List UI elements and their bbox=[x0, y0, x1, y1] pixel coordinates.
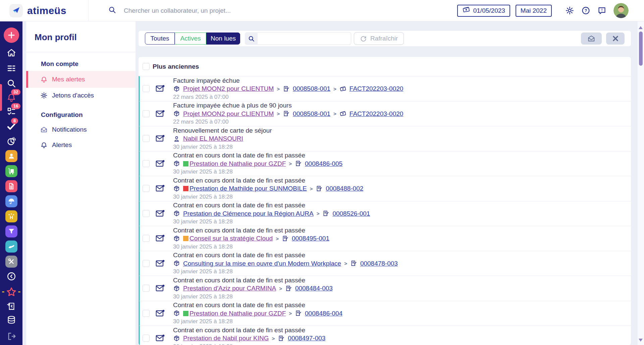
unread-envelope-icon bbox=[155, 209, 165, 218]
order-icon bbox=[322, 210, 329, 217]
project-color-swatch bbox=[183, 236, 189, 241]
alert-link[interactable]: Prestation de Nathalie pour GZDF bbox=[183, 310, 286, 317]
gear-icon bbox=[40, 92, 48, 99]
sidebar-item-home[interactable] bbox=[0, 48, 22, 58]
filter-tab-toutes[interactable]: Toutes bbox=[145, 32, 175, 45]
menu-item-alertes[interactable]: Alertes bbox=[26, 137, 136, 153]
sidebar-item-validations[interactable]: 8 bbox=[0, 121, 22, 131]
chevron-separator: > bbox=[289, 161, 292, 166]
scroll-up-arrow[interactable] bbox=[639, 26, 643, 29]
alert-link[interactable]: 0008486-005 bbox=[305, 160, 342, 167]
sidebar-item-hotel[interactable]: H★★★ bbox=[0, 210, 22, 222]
menu-item-jetons-d-acc-s[interactable]: Jetons d'accès bbox=[26, 88, 136, 103]
alert-link[interactable]: Projet MOON2 pour CLIENTUM bbox=[183, 110, 274, 118]
alert-links: Prestation de Nathalie pour GZDF>0008486… bbox=[173, 159, 342, 168]
alert-link[interactable]: 0008478-003 bbox=[360, 260, 398, 267]
alert-link[interactable]: Prestation de Mathilde pour SUNMOBILE bbox=[183, 185, 307, 192]
sidebar-item-search[interactable] bbox=[0, 78, 22, 88]
alert-link[interactable]: Prestation de Clémence pour la Région AU… bbox=[183, 210, 314, 217]
mark-read-button[interactable] bbox=[581, 32, 602, 45]
settings-gear-icon[interactable] bbox=[565, 6, 574, 15]
group-checkbox[interactable] bbox=[143, 63, 150, 70]
alert-link[interactable]: Nabil EL MANSOURI bbox=[183, 135, 243, 142]
feedback-icon[interactable]: ! bbox=[597, 6, 606, 15]
alert-link[interactable]: Projet MOON2 pour CLIENTUM bbox=[183, 85, 274, 92]
order-icon bbox=[278, 335, 285, 342]
sidebar-item-favorites[interactable] bbox=[0, 286, 22, 298]
menu-item-mes-alertes[interactable]: Mes alertes bbox=[26, 71, 136, 88]
sidebar-item-services[interactable] bbox=[0, 240, 22, 253]
profile-divider bbox=[26, 52, 136, 52]
unread-envelope-icon bbox=[155, 309, 165, 318]
sidebar-item-people[interactable] bbox=[0, 150, 22, 162]
alert-links: Prestation de Nathalie pour GZDF>0008486… bbox=[173, 309, 342, 318]
alert-date: 30 janvier 2025 à 18:28 bbox=[173, 168, 342, 175]
database-icon bbox=[6, 315, 16, 325]
alert-link[interactable]: Prestation de Nathalie pour GZDF bbox=[183, 160, 286, 167]
refresh-button[interactable]: Rafraîchir bbox=[354, 32, 404, 45]
row-checkbox[interactable] bbox=[143, 335, 150, 342]
user-avatar[interactable] bbox=[613, 3, 629, 18]
alert-link[interactable]: FACT202203-0020 bbox=[350, 110, 404, 118]
alert-link[interactable]: Consulting sur la mise en ouvre d'un Mod… bbox=[183, 260, 341, 267]
sidebar-item-expenses[interactable]: € bbox=[0, 301, 22, 312]
row-checkbox[interactable] bbox=[143, 210, 150, 217]
row-checkbox[interactable] bbox=[143, 235, 150, 242]
sidebar-item-add[interactable] bbox=[0, 27, 22, 43]
sidebar-item-logout[interactable] bbox=[0, 331, 22, 341]
sidebar-item-absences[interactable] bbox=[0, 195, 22, 207]
sidebar-item-back[interactable] bbox=[0, 271, 22, 281]
sidebar-item-alerts[interactable]: 32 bbox=[0, 92, 22, 102]
sidebar-item-list[interactable] bbox=[0, 63, 22, 73]
month-button[interactable]: Mai 2022 bbox=[516, 5, 552, 17]
row-checkbox[interactable] bbox=[143, 185, 150, 192]
alert-link[interactable]: 0008508-001 bbox=[293, 110, 330, 118]
alert-link[interactable]: Prestation d'Aziz pour CARMINA bbox=[183, 285, 276, 292]
row-checkbox[interactable] bbox=[143, 110, 150, 117]
alert-link[interactable]: 0008484-003 bbox=[295, 285, 333, 292]
close-button[interactable] bbox=[606, 32, 625, 45]
app-logo[interactable] bbox=[9, 4, 23, 17]
menu-item-notifications[interactable]: Notifications bbox=[26, 122, 136, 137]
row-checkbox[interactable] bbox=[143, 85, 150, 92]
package-icon bbox=[173, 160, 180, 167]
sidebar-item-filter[interactable] bbox=[0, 225, 22, 237]
filter-tab-actives[interactable]: Actives bbox=[175, 32, 206, 45]
alert-link[interactable]: 0008508-001 bbox=[293, 85, 330, 92]
page-title: Mon profil bbox=[26, 21, 136, 43]
row-checkbox[interactable] bbox=[143, 285, 150, 292]
filter-tabs: ToutesActivesNon lues bbox=[145, 32, 240, 45]
alert-link[interactable]: Conseil sur la stratégie Cloud bbox=[183, 235, 273, 242]
alerts-search-input[interactable] bbox=[258, 32, 351, 45]
row-checkbox[interactable] bbox=[143, 310, 150, 317]
alert-link[interactable]: FACT202203-0020 bbox=[350, 85, 404, 92]
row-checkbox[interactable] bbox=[143, 160, 150, 167]
sidebar-item-data[interactable] bbox=[0, 315, 22, 325]
alert-title: Contrat en cours dont la date de fin est… bbox=[173, 152, 342, 159]
sidebar-item-logistics[interactable] bbox=[0, 165, 22, 177]
work-date-button[interactable]: 01/05/2023 bbox=[457, 5, 510, 17]
menu-item-label: Mes alertes bbox=[52, 76, 85, 83]
row-checkbox[interactable] bbox=[143, 135, 150, 142]
scroll-thumb[interactable] bbox=[639, 31, 643, 66]
logout-icon bbox=[6, 331, 16, 341]
alert-row: Contrat en cours dont la date de fin est… bbox=[139, 326, 631, 345]
sidebar-item-tools[interactable] bbox=[0, 256, 22, 268]
help-icon[interactable]: ? bbox=[581, 6, 590, 15]
sidebar-item-reports[interactable] bbox=[0, 136, 22, 146]
global-search-input[interactable] bbox=[123, 7, 332, 15]
filter-tab-non-lues[interactable]: Non lues bbox=[206, 32, 240, 45]
alerts-list-panel: Plus anciennes Facture impayée échueProj… bbox=[139, 57, 631, 345]
vertical-scrollbar[interactable] bbox=[638, 21, 644, 345]
alert-link[interactable]: Prestation de Nabil pour KING bbox=[183, 335, 269, 342]
alert-link[interactable]: 0008488-002 bbox=[326, 185, 363, 192]
alert-link[interactable]: 0008526-001 bbox=[332, 210, 370, 217]
alert-link[interactable]: 0008495-001 bbox=[292, 235, 329, 242]
row-checkbox[interactable] bbox=[143, 260, 150, 267]
sidebar-item-documents[interactable] bbox=[0, 180, 22, 192]
chevron-separator: > bbox=[272, 336, 275, 341]
alert-link[interactable]: 0008497-003 bbox=[288, 335, 325, 342]
alert-link[interactable]: 0008486-004 bbox=[305, 310, 342, 317]
sidebar-item-tasks[interactable]: 16 bbox=[0, 107, 22, 117]
scroll-down-arrow[interactable] bbox=[639, 339, 643, 342]
